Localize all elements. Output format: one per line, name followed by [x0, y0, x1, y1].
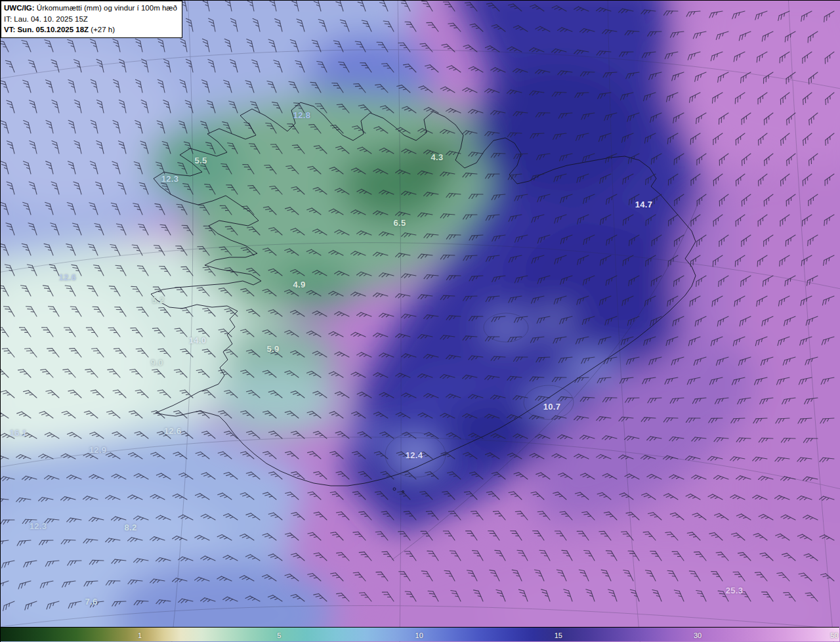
weather-map-viewport: 12.85.512.34.36.514.712.64.95.214.09.05.… — [0, 0, 840, 642]
valid-time: VT: Sun. 05.10.2025 18Z — [4, 26, 89, 33]
title-line-valid-time: VT: Sun. 05.10.2025 18Z (+27 h) — [4, 24, 177, 35]
colorbar-tick-label: 30 — [694, 631, 702, 639]
colorbar-tick-label: 1 — [138, 631, 142, 639]
colorbar-tick-label: 50 — [830, 631, 838, 639]
title-line-init-time: IT: Lau. 04. 10. 2025 15Z — [4, 14, 177, 25]
colorbar-tick-labels: 1510153050 — [1, 628, 839, 641]
precipitation-field-layer — [1, 1, 840, 642]
colorbar: 1510153050 — [1, 627, 839, 641]
colorbar-tick-label: 15 — [555, 631, 562, 639]
title-box: UWC/IG: Úrkomumætti (mm) og vindur í 100… — [1, 1, 182, 38]
product-title: Úrkomumætti (mm) og vindur í 100m hæð — [37, 4, 177, 12]
colorbar-tick-label: 5 — [277, 631, 281, 639]
product-id-label: UWC/IG: — [4, 4, 35, 12]
valid-time-offset: (+27 h) — [91, 26, 115, 33]
precipitation-wind-map-canvas — [1, 1, 840, 642]
colorbar-tick-label: 10 — [415, 631, 423, 639]
title-line-product: UWC/IG: Úrkomumætti (mm) og vindur í 100… — [4, 3, 177, 14]
init-time: IT: Lau. 04. 10. 2025 15Z — [4, 15, 88, 23]
